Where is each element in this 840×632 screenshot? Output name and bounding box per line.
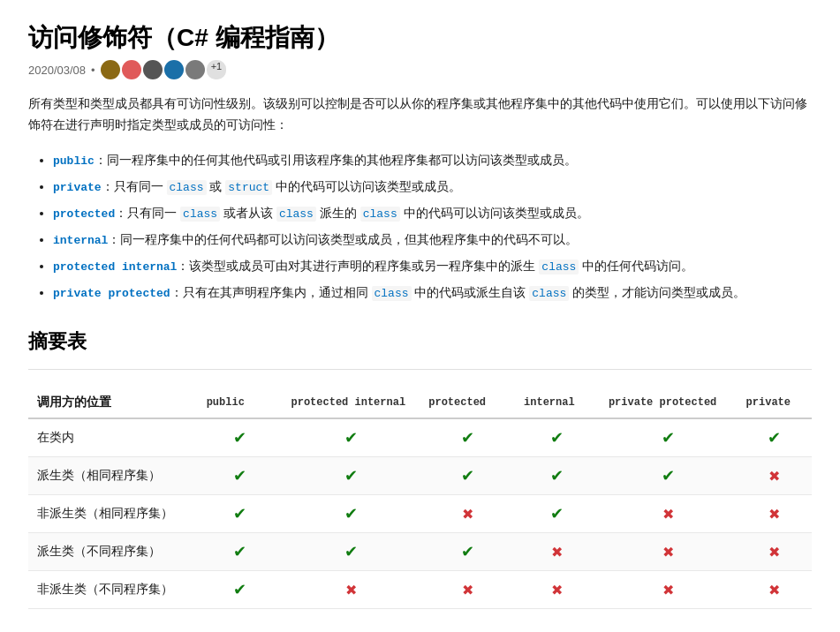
col-header-location: 调用方的位置 bbox=[28, 387, 198, 418]
check-cell-yes: ✔ bbox=[738, 418, 812, 457]
check-cell-yes: ✔ bbox=[600, 457, 738, 495]
section-divider bbox=[28, 369, 812, 370]
check-icon: ✔ bbox=[461, 429, 474, 447]
check-cell-yes: ✔ bbox=[600, 418, 738, 457]
page-title: 访问修饰符（C# 编程指南） bbox=[28, 21, 812, 55]
summary-title: 摘要表 bbox=[28, 328, 812, 355]
list-text-public: ：同一程序集中的任何其他代码或引用该程序集的其他程序集都可以访问该类型或成员。 bbox=[95, 153, 577, 167]
table-row: 非派生类（不同程序集）✔✖✖✖✖✖ bbox=[28, 571, 812, 609]
table-row: 派生类（相同程序集）✔✔✔✔✔✖ bbox=[28, 457, 812, 495]
cross-icon: ✖ bbox=[345, 583, 357, 598]
avatar-1 bbox=[101, 60, 120, 79]
check-cell-yes: ✔ bbox=[515, 457, 600, 495]
contributors-plus: +1 bbox=[207, 60, 227, 79]
col-header-public: public bbox=[198, 387, 283, 418]
check-cell-yes: ✔ bbox=[198, 418, 283, 457]
check-icon: ✔ bbox=[344, 467, 358, 485]
check-icon: ✔ bbox=[461, 467, 474, 485]
cross-icon: ✖ bbox=[662, 583, 674, 598]
table-header-row: 调用方的位置 public protected internal protect… bbox=[28, 387, 812, 418]
check-cell-no: ✖ bbox=[738, 457, 812, 495]
check-cell-yes: ✔ bbox=[420, 457, 515, 495]
check-cell-yes: ✔ bbox=[420, 418, 515, 457]
cross-icon: ✖ bbox=[551, 583, 563, 598]
check-icon: ✔ bbox=[233, 581, 246, 598]
col-header-internal: internal bbox=[515, 387, 600, 418]
list-item-protected-internal: protected internal：该类型或成员可由对其进行声明的程序集或另一… bbox=[53, 256, 812, 277]
col-header-protected-internal: protected internal bbox=[283, 387, 420, 418]
cross-icon: ✖ bbox=[662, 545, 674, 560]
keyword-protected-internal: protected internal bbox=[53, 260, 177, 274]
check-cell-yes: ✔ bbox=[515, 495, 600, 533]
check-cell-yes: ✔ bbox=[198, 495, 283, 533]
check-icon: ✔ bbox=[344, 429, 358, 447]
cross-icon: ✖ bbox=[768, 545, 780, 560]
keyword-private: private bbox=[53, 181, 102, 194]
check-icon: ✔ bbox=[550, 429, 564, 447]
avatar-5 bbox=[185, 60, 205, 79]
list-text-internal: ：同一程序集中的任何代码都可以访问该类型或成员，但其他程序集中的代码不可以。 bbox=[108, 232, 578, 246]
check-icon: ✔ bbox=[550, 505, 564, 523]
check-cell-yes: ✔ bbox=[198, 457, 283, 495]
table-row: 派生类（不同程序集）✔✔✔✖✖✖ bbox=[28, 533, 812, 571]
check-cell-no: ✖ bbox=[515, 571, 600, 609]
check-icon: ✔ bbox=[768, 429, 781, 447]
modifier-list: public：同一程序集中的任何其他代码或引用该程序集的其他程序集都可以访问该类… bbox=[28, 150, 812, 305]
check-icon: ✔ bbox=[662, 467, 675, 485]
check-cell-yes: ✔ bbox=[283, 495, 420, 533]
list-text-protected: ：只有同一 class 或者从该 class 派生的 class 中的代码可以访… bbox=[115, 206, 588, 220]
meta-bar: 2020/03/08 • +1 bbox=[28, 60, 812, 79]
check-cell-yes: ✔ bbox=[515, 418, 600, 457]
col-header-private-protected: private protected bbox=[600, 387, 738, 418]
check-icon: ✔ bbox=[662, 429, 675, 447]
cross-icon: ✖ bbox=[768, 507, 780, 522]
check-cell-yes: ✔ bbox=[420, 533, 515, 571]
check-cell-yes: ✔ bbox=[198, 571, 283, 609]
check-cell-yes: ✔ bbox=[283, 418, 420, 457]
cross-icon: ✖ bbox=[462, 583, 473, 598]
check-cell-no: ✖ bbox=[600, 571, 738, 609]
check-icon: ✔ bbox=[550, 467, 564, 485]
cross-icon: ✖ bbox=[768, 469, 780, 484]
row-label: 派生类（不同程序集） bbox=[28, 533, 198, 571]
table-body: 在类内✔✔✔✔✔✔派生类（相同程序集）✔✔✔✔✔✖非派生类（相同程序集）✔✔✖✔… bbox=[28, 418, 812, 609]
check-icon: ✔ bbox=[233, 429, 246, 447]
row-label: 非派生类（相同程序集） bbox=[28, 495, 198, 533]
check-cell-yes: ✔ bbox=[198, 533, 283, 571]
avatar-2 bbox=[122, 60, 141, 79]
keyword-internal: internal bbox=[53, 234, 108, 247]
check-cell-no: ✖ bbox=[738, 495, 812, 533]
check-cell-no: ✖ bbox=[738, 533, 812, 571]
check-icon: ✔ bbox=[461, 543, 474, 561]
avatar-4 bbox=[164, 60, 184, 79]
list-text-private-protected: ：只有在其声明程序集内，通过相同 class 中的代码或派生自该 class 的… bbox=[170, 285, 746, 299]
col-header-protected: protected bbox=[420, 387, 515, 418]
cross-icon: ✖ bbox=[551, 545, 563, 560]
cross-icon: ✖ bbox=[462, 507, 473, 522]
check-cell-no: ✖ bbox=[283, 571, 420, 609]
check-icon: ✔ bbox=[344, 543, 358, 561]
date-label: 2020/03/08 bbox=[28, 64, 86, 77]
cross-icon: ✖ bbox=[768, 583, 780, 598]
check-icon: ✔ bbox=[344, 505, 358, 523]
keyword-private-protected: private protected bbox=[53, 287, 170, 300]
check-icon: ✔ bbox=[233, 467, 246, 485]
table-row: 在类内✔✔✔✔✔✔ bbox=[28, 418, 812, 457]
list-text-private: ：只有同一 class 或 struct 中的代码可以访问该类型或成员。 bbox=[102, 179, 461, 193]
keyword-public: public bbox=[53, 154, 95, 168]
check-cell-no: ✖ bbox=[420, 495, 515, 533]
summary-table: 调用方的位置 public protected internal protect… bbox=[28, 387, 812, 609]
col-header-private: private bbox=[738, 387, 812, 418]
check-icon: ✔ bbox=[233, 505, 246, 523]
intro-text: 所有类型和类型成员都具有可访问性级别。该级别可以控制是否可以从你的程序集或其他程… bbox=[28, 94, 812, 136]
check-cell-yes: ✔ bbox=[283, 457, 420, 495]
table-row: 非派生类（相同程序集）✔✔✖✔✖✖ bbox=[28, 495, 812, 533]
check-cell-no: ✖ bbox=[738, 571, 812, 609]
list-item-protected: protected：只有同一 class 或者从该 class 派生的 clas… bbox=[53, 203, 812, 224]
list-item-public: public：同一程序集中的任何其他代码或引用该程序集的其他程序集都可以访问该类… bbox=[53, 150, 812, 171]
row-label: 在类内 bbox=[28, 418, 198, 457]
check-cell-yes: ✔ bbox=[283, 533, 420, 571]
row-label: 派生类（相同程序集） bbox=[28, 457, 198, 495]
list-text-protected-internal: ：该类型或成员可由对其进行声明的程序集或另一程序集中的派生 class 中的任何… bbox=[177, 259, 693, 273]
check-cell-no: ✖ bbox=[420, 571, 515, 609]
